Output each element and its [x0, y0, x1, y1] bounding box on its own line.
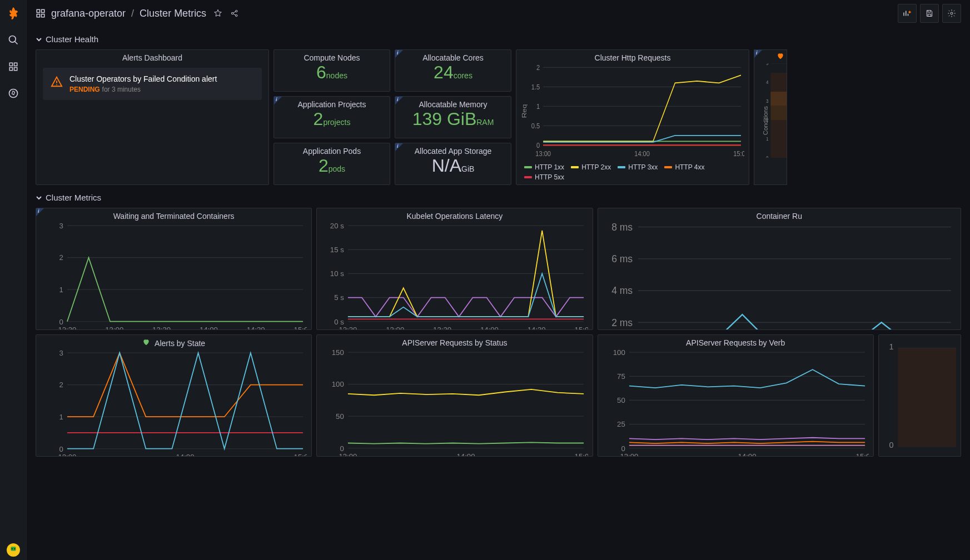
svg-text:13:30: 13:30 [152, 326, 171, 330]
apiserver-verb-panel[interactable]: APIServer Requests by Verb 025507510013:… [598, 334, 874, 457]
svg-text:0: 0 [59, 445, 63, 453]
heart-icon [777, 52, 784, 62]
alert-status: PENDING [69, 86, 100, 93]
svg-text:3: 3 [59, 222, 63, 230]
svg-text:12:30: 12:30 [58, 326, 76, 330]
stat-allocatable-cores[interactable]: i Allocatable Cores 24cores [395, 49, 511, 92]
stat-unit: projects [323, 118, 350, 127]
y-axis-label: Conditions [762, 106, 769, 135]
svg-text:25: 25 [617, 420, 625, 428]
topbar-actions [898, 4, 961, 23]
stat-unit: nodes [326, 71, 347, 80]
app-root: grafana-operator / Cluster Metrics [0, 0, 970, 560]
alerts-dashboard-panel[interactable]: Alerts Dashboard Cluster Operators by Fa… [36, 49, 269, 185]
chevron-down-icon [36, 36, 42, 43]
dashboards-icon[interactable] [36, 8, 46, 18]
svg-line-15 [233, 14, 236, 16]
explore-icon[interactable] [7, 87, 20, 100]
grafana-logo[interactable] [7, 7, 20, 20]
waiting-containers-panel[interactable]: i Waiting and Terminated Containers 0123… [36, 208, 312, 330]
svg-point-6 [9, 89, 17, 98]
svg-text:15:00: 15:00 [294, 326, 307, 330]
row-header-metrics[interactable]: Cluster Metrics [36, 185, 961, 208]
chart-body: 00.511.5213:0014:0015:00Req [516, 63, 749, 161]
warning-icon [51, 76, 63, 89]
alerts-by-state-panel[interactable]: Alerts by State 012313:0014:0015:00 [36, 334, 312, 457]
kubelet-latency-panel[interactable]: Kubelet Operations Latency 0 s5 s10 s15 … [316, 208, 593, 330]
svg-text:150: 150 [332, 348, 344, 357]
panel-title: Application Projects [274, 97, 390, 110]
alert-item[interactable]: Cluster Operators by Failed Condition al… [43, 68, 262, 100]
svg-text:14:00: 14:00 [738, 452, 756, 457]
cut-panel[interactable]: 1 0 [878, 334, 961, 457]
http-chart: 00.511.5213:0014:0015:00Req [521, 63, 744, 159]
svg-text:3: 3 [59, 349, 63, 357]
svg-text:50: 50 [617, 396, 625, 404]
chart: 0 μs2 ms4 ms6 ms8 ms12:3013:00 [603, 222, 956, 330]
stat-application-projects[interactable]: i Application Projects 2projects [273, 96, 390, 138]
svg-text:5 s: 5 s [334, 293, 344, 302]
panel-title: Kubelet Operations Latency [317, 208, 592, 222]
svg-text:100: 100 [332, 380, 344, 388]
stat-unit: cores [454, 71, 472, 80]
dashboards-icon[interactable] [7, 60, 20, 73]
panel-title: Allocatable Cores [395, 50, 511, 63]
svg-text:1: 1 [766, 136, 768, 142]
svg-text:10 s: 10 s [330, 269, 344, 278]
svg-text:0: 0 [889, 441, 893, 449]
legend-item[interactable]: HTTP 2xx [571, 163, 611, 171]
panel-title: APIServer Requests by Status [317, 335, 592, 348]
svg-text:1: 1 [536, 102, 540, 111]
panel-title: APIServer Requests by Verb [598, 335, 873, 348]
favorite-icon[interactable] [213, 8, 223, 18]
stat-compute-nodes[interactable]: Compute Nodes 6nodes [273, 49, 390, 92]
breadcrumb-separator: / [131, 8, 134, 19]
svg-rect-3 [14, 63, 17, 66]
user-avatar[interactable] [7, 543, 20, 557]
svg-text:13:00: 13:00 [58, 453, 76, 457]
svg-text:0: 0 [340, 444, 344, 453]
container-runtime-panel[interactable]: Container Ru 0 μs2 ms4 ms6 ms8 ms12:3013… [598, 208, 961, 330]
legend-item[interactable]: HTTP 5xx [524, 173, 564, 181]
stat-allocatable-memory[interactable]: i Allocatable Memory 139 GiBRAM [395, 96, 511, 138]
stat-value: 24 [434, 62, 454, 82]
breadcrumb-folder[interactable]: grafana-operator [51, 8, 126, 19]
svg-text:6 ms: 6 ms [611, 253, 633, 264]
apiserver-status-panel[interactable]: APIServer Requests by Status 05010015013… [316, 334, 593, 457]
svg-rect-7 [37, 9, 39, 12]
svg-text:0.5: 0.5 [531, 122, 540, 130]
stat-allocated-storage[interactable]: i Allocated App Storage N/AGiB [395, 143, 511, 185]
legend-item[interactable]: HTTP 4xx [664, 163, 704, 171]
svg-text:50: 50 [336, 412, 344, 421]
svg-text:13:30: 13:30 [433, 326, 451, 330]
settings-button[interactable] [942, 4, 961, 23]
http-requests-panel[interactable]: Cluster Http Requests 00.511.5213:0014:0… [516, 49, 749, 185]
share-icon[interactable] [230, 8, 240, 18]
stat-application-pods[interactable]: Application Pods 2pods [273, 143, 390, 185]
save-button[interactable] [920, 4, 939, 23]
breadcrumb-dashboard[interactable]: Cluster Metrics [140, 8, 206, 19]
row-header-health[interactable]: Cluster Health [36, 27, 961, 49]
svg-text:14:30: 14:30 [528, 326, 546, 330]
svg-text:2: 2 [59, 253, 63, 262]
legend-item[interactable]: HTTP 3xx [618, 163, 658, 171]
svg-point-13 [236, 14, 237, 16]
svg-text:2 ms: 2 ms [611, 317, 633, 328]
svg-text:0: 0 [59, 318, 63, 326]
alert-text: Cluster Operators by Failed Condition al… [69, 74, 217, 93]
svg-point-18 [56, 84, 57, 86]
search-icon[interactable] [7, 33, 20, 47]
stat-value: 139 GiB [412, 109, 477, 129]
legend-item[interactable]: HTTP 1xx [524, 163, 564, 171]
svg-text:75: 75 [617, 372, 625, 381]
stat-value: 2 [314, 109, 324, 129]
add-panel-button[interactable] [898, 4, 917, 23]
svg-text:14:00: 14:00 [457, 452, 475, 457]
chart: 012312:3013:0013:3014:0014:3015:00 [41, 222, 307, 330]
conditions-peek-panel[interactable]: i 012345 Conditions [754, 49, 787, 185]
heart-icon [142, 338, 150, 348]
svg-text:Req: Req [521, 104, 528, 118]
stat-unit: RAM [476, 118, 494, 127]
svg-text:13:00: 13:00 [339, 452, 357, 457]
svg-text:0: 0 [766, 154, 768, 158]
